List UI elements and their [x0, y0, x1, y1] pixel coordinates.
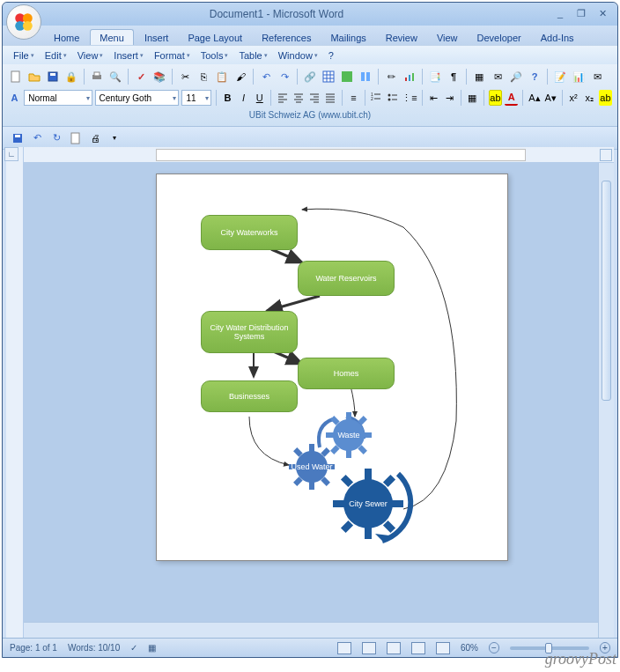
shrink-font-icon[interactable]: A▾: [543, 90, 557, 106]
restore-button[interactable]: ❐: [572, 7, 591, 21]
redo-icon[interactable]: ↷: [277, 69, 292, 85]
box-businesses[interactable]: Businesses: [201, 380, 298, 412]
align-justify-icon[interactable]: [324, 90, 337, 106]
extra2-icon[interactable]: ✉: [589, 69, 605, 85]
bullets-icon[interactable]: [386, 90, 399, 106]
highlight-icon[interactable]: ab: [489, 90, 503, 106]
grow-font-icon[interactable]: A▴: [528, 90, 541, 106]
qat-new-icon[interactable]: [68, 130, 84, 146]
menu-view[interactable]: View▾: [74, 48, 107, 63]
new-icon[interactable]: [8, 69, 24, 85]
view-web[interactable]: [387, 642, 401, 654]
menu-window[interactable]: Window▾: [275, 48, 321, 63]
view-fullscreen[interactable]: [362, 642, 376, 654]
dec-indent-icon[interactable]: ⇤: [426, 90, 439, 106]
multilevel-icon[interactable]: ⋮≡: [402, 90, 417, 106]
numbering-icon[interactable]: 12: [370, 90, 383, 106]
bold-button[interactable]: B: [221, 90, 234, 106]
undo-icon[interactable]: ↶: [258, 69, 274, 85]
select-icon[interactable]: ab: [599, 90, 612, 106]
align-center-icon[interactable]: [292, 90, 305, 106]
spell-icon[interactable]: ✓: [133, 69, 149, 85]
menu-table[interactable]: Table▾: [235, 48, 270, 63]
tab-view[interactable]: View: [428, 30, 467, 45]
tab-addins[interactable]: Add-Ins: [532, 30, 583, 45]
tab-mailings[interactable]: Mailings: [321, 30, 374, 45]
preview-icon[interactable]: 🔍: [107, 69, 123, 85]
super-icon[interactable]: x²: [566, 90, 579, 106]
styles-icon[interactable]: A: [8, 90, 21, 106]
painter-icon[interactable]: 🖌: [232, 69, 248, 85]
box-distribution[interactable]: City Water Distribution Systems: [201, 311, 298, 353]
drawing-icon[interactable]: ✏: [383, 69, 399, 85]
view-print-layout[interactable]: [337, 642, 351, 654]
open-icon[interactable]: [26, 69, 42, 85]
box-waterworks[interactable]: City Waterworks: [201, 215, 298, 250]
close-button[interactable]: ✕: [593, 7, 612, 21]
permissions-icon[interactable]: 🔒: [63, 69, 79, 85]
office-button[interactable]: [6, 4, 41, 40]
print-icon[interactable]: [89, 69, 105, 85]
box-reservoirs[interactable]: Water Reservoirs: [298, 261, 395, 296]
docmap-icon[interactable]: 📑: [427, 69, 443, 85]
insert-excel-icon[interactable]: [339, 69, 355, 85]
showhide-icon[interactable]: ¶: [446, 69, 461, 85]
menu-file[interactable]: File▾: [10, 48, 38, 63]
spacing-icon[interactable]: ≡: [347, 90, 360, 106]
columns-icon[interactable]: [358, 69, 373, 85]
status-macro-icon[interactable]: ▦: [148, 643, 156, 653]
align-left-icon[interactable]: [276, 90, 289, 106]
status-proof-icon[interactable]: ✓: [130, 643, 137, 653]
menu-format[interactable]: Format▾: [151, 48, 194, 63]
horizontal-scrollbar[interactable]: [24, 622, 598, 638]
menu-edit[interactable]: Edit▾: [41, 48, 70, 63]
envelope-icon[interactable]: ✉: [490, 69, 506, 85]
document-canvas[interactable]: City Waterworks Water Reservoirs City Wa…: [24, 163, 614, 638]
size-combo[interactable]: 11: [181, 90, 211, 106]
tab-selector[interactable]: ∟: [4, 147, 18, 161]
sub-icon[interactable]: x₂: [583, 90, 596, 106]
border-icon[interactable]: ▦: [471, 69, 487, 85]
tab-page-layout[interactable]: Page Layout: [179, 30, 251, 45]
help-icon[interactable]: ?: [527, 69, 542, 85]
box-homes[interactable]: Homes: [298, 358, 395, 389]
extra1-icon[interactable]: 📊: [571, 69, 587, 85]
tab-review[interactable]: Review: [377, 30, 426, 45]
minimize-button[interactable]: _: [550, 7, 570, 21]
qat-undo-icon[interactable]: ↶: [29, 130, 45, 146]
align-right-icon[interactable]: [308, 90, 321, 106]
chart-icon[interactable]: [402, 69, 417, 85]
status-words[interactable]: Words: 10/10: [68, 643, 120, 653]
feedback-icon[interactable]: 📝: [552, 69, 568, 85]
view-outline[interactable]: [411, 642, 425, 654]
cut-icon[interactable]: ✂: [177, 69, 193, 85]
table-icon[interactable]: [321, 69, 336, 85]
research-icon[interactable]: 📚: [151, 69, 167, 85]
copy-icon[interactable]: ⎘: [196, 69, 211, 85]
underline-button[interactable]: U: [253, 90, 266, 106]
tab-home[interactable]: Home: [45, 30, 88, 45]
tab-insert[interactable]: Insert: [136, 30, 178, 45]
link-icon[interactable]: 🔗: [302, 69, 318, 85]
view-draft[interactable]: [436, 642, 450, 654]
tab-references[interactable]: References: [253, 30, 320, 45]
font-combo[interactable]: Century Goth: [95, 90, 180, 106]
style-combo[interactable]: Normal: [24, 90, 92, 106]
qat-more-icon[interactable]: ▾: [107, 130, 122, 146]
qat-redo-icon[interactable]: ↻: [48, 130, 64, 146]
zoom-out-button[interactable]: −: [489, 642, 499, 654]
menu-help[interactable]: ?: [325, 48, 337, 63]
paste-icon[interactable]: 📋: [214, 69, 230, 85]
font-color-icon[interactable]: A: [505, 90, 518, 106]
menu-tools[interactable]: Tools▾: [197, 48, 232, 63]
tab-menu[interactable]: Menu: [90, 29, 134, 45]
borders-icon[interactable]: ▦: [466, 90, 479, 106]
zoom-icon[interactable]: 🔎: [508, 69, 524, 85]
ruler-toggle[interactable]: [600, 149, 612, 161]
save-icon[interactable]: [45, 69, 61, 85]
zoom-slider[interactable]: [510, 646, 589, 650]
qat-print-icon[interactable]: 🖨: [87, 130, 103, 146]
tab-developer[interactable]: Developer: [469, 30, 530, 45]
vertical-scrollbar[interactable]: [598, 163, 614, 638]
italic-button[interactable]: I: [237, 90, 250, 106]
